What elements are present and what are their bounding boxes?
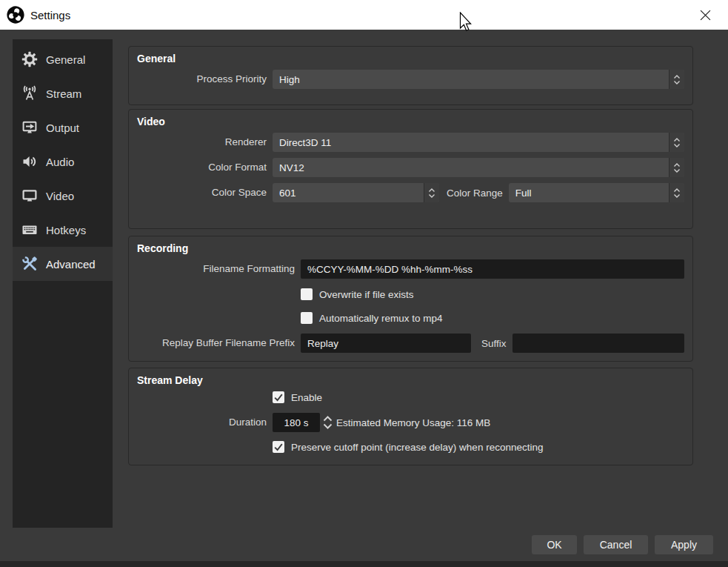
renderer-label: Renderer [137,133,267,152]
color-format-label: Color Format [137,158,267,177]
section-title: Stream Delay [137,374,684,386]
close-icon [700,10,711,21]
titlebar: Settings [0,0,728,30]
keyboard-icon [21,221,39,239]
sidebar-item-stream[interactable]: Stream [13,76,113,110]
checkmark-icon [273,391,284,403]
section-stream-delay: Stream Delay Enable Duration 180 s Estim… [128,368,693,465]
sidebar-item-label: Advanced [46,258,96,271]
section-general: General Process Priority High [128,46,693,105]
sidebar-item-video[interactable]: Video [13,179,113,213]
color-format-select[interactable]: NV12 [273,158,684,177]
chevron-updown-icon [669,70,684,89]
overwrite-checkbox[interactable] [301,288,313,300]
checkmark-icon [273,441,284,453]
apply-button[interactable]: Apply [655,535,713,554]
chevron-updown-icon [669,133,684,152]
preserve-cutoff-label: Preserve cutoff point (increase delay) w… [291,442,543,453]
color-range-label: Color Range [447,188,503,199]
filename-formatting-label: Filename Formatting [137,259,295,279]
sidebar-item-label: Stream [46,87,81,100]
process-priority-label: Process Priority [137,70,267,89]
sidebar-item-audio[interactable]: Audio [13,145,113,179]
section-title: Recording [137,242,684,254]
close-button[interactable] [688,0,722,30]
process-priority-select[interactable]: High [273,70,684,89]
replay-prefix-label: Replay Buffer Filename Prefix [137,334,295,353]
enable-checkbox[interactable] [273,391,284,403]
remux-label: Automatically remux to mp4 [319,313,443,324]
overwrite-label: Overwrite if file exists [319,289,414,300]
color-range-select[interactable]: Full [509,183,684,202]
broadcast-antenna-icon [21,84,39,102]
sidebar-item-label: Hotkeys [46,224,86,236]
suffix-label: Suffix [481,338,507,349]
sidebar-item-label: Audio [46,156,74,168]
sidebar-item-label: General [46,53,85,66]
chevron-updown-icon [669,183,684,202]
sidebar-item-general[interactable]: General [13,42,113,76]
speaker-icon [21,153,39,170]
gear-icon [21,50,39,68]
sidebar-item-label: Output [46,122,79,134]
renderer-select[interactable]: Direct3D 11 [273,133,684,152]
dialog-footer: OK Cancel Apply [532,535,713,554]
sidebar-item-hotkeys[interactable]: Hotkeys [13,213,113,247]
filename-formatting-input[interactable] [301,259,684,279]
preserve-cutoff-checkbox[interactable] [273,441,284,453]
chevron-updown-icon [669,158,684,177]
sidebar-item-advanced[interactable]: Advanced [13,247,113,281]
replay-prefix-input[interactable] [301,334,471,353]
settings-nav-sidebar: General Stream [13,39,113,528]
spinner-updown-icon[interactable] [321,414,334,431]
sidebar-item-label: Video [46,190,74,202]
monitor-icon [21,187,39,205]
suffix-input[interactable] [512,334,684,353]
chevron-updown-icon [424,183,439,202]
sidebar-item-output[interactable]: Output [13,110,113,145]
duration-label: Duration [137,413,267,432]
color-space-select[interactable]: 601 [273,183,439,202]
section-recording: Recording Filename Formatting Overwrite … [128,236,693,362]
tools-icon [21,255,39,273]
memory-usage-text: Estimated Memory Usage: 116 MB [336,417,490,428]
section-video: Video Renderer Direct3D 11 Color Format … [128,109,693,229]
monitor-arrow-icon [21,119,39,136]
window-bottom-edge [0,561,728,567]
enable-label: Enable [291,392,322,403]
duration-spinbox[interactable]: 180 s [273,413,320,432]
section-title: Video [137,116,684,127]
obs-logo-icon [6,5,25,24]
color-space-label: Color Space [137,183,267,202]
ok-button[interactable]: OK [532,535,577,554]
remux-checkbox[interactable] [301,312,313,324]
section-title: General [137,53,684,64]
window-title: Settings [30,9,70,21]
cancel-button[interactable]: Cancel [584,535,648,554]
